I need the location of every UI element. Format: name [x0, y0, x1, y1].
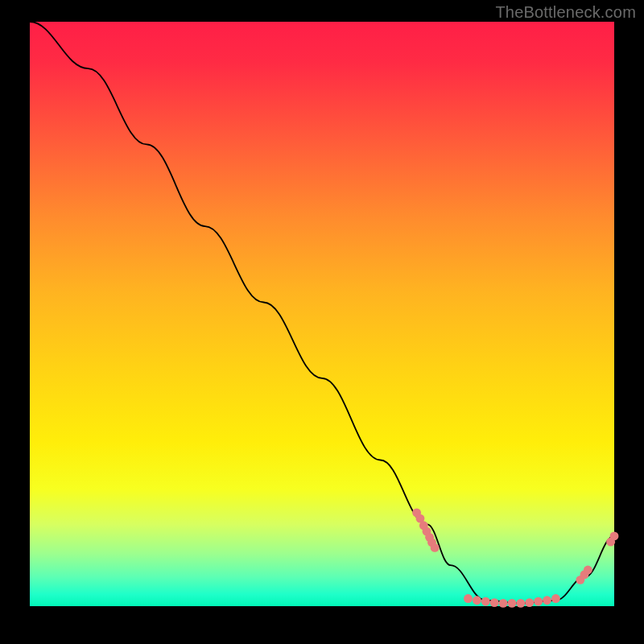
plot-area	[30, 22, 614, 606]
marker-dot	[551, 594, 560, 603]
chart-svg	[30, 22, 614, 606]
marker-dot	[464, 594, 473, 603]
marker-dot	[481, 597, 490, 606]
marker-dot	[543, 596, 551, 605]
marker-dot	[534, 597, 543, 606]
marker-dot	[584, 566, 592, 575]
marker-dot	[473, 596, 481, 605]
marker-dot	[610, 531, 619, 540]
marker-dot	[508, 599, 517, 608]
curve-path	[30, 22, 614, 603]
marker-dot	[525, 598, 534, 607]
marker-dot	[499, 599, 508, 608]
marker-dot	[490, 598, 499, 607]
watermark-text: TheBottleneck.com	[495, 3, 636, 22]
marker-dot	[516, 599, 525, 608]
chart-canvas: TheBottleneck.com	[0, 0, 644, 644]
marker-dot	[431, 543, 440, 552]
